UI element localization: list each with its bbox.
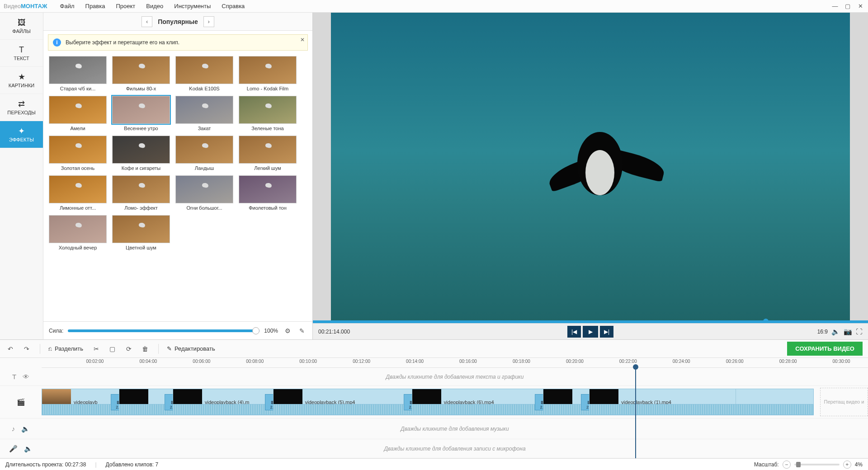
zoom-in-button[interactable]: + [843, 461, 851, 469]
effect-item[interactable]: Закат [175, 96, 233, 131]
minimize-button[interactable]: ― [831, 3, 839, 9]
crop-button[interactable]: ▢ [108, 344, 118, 354]
transition-marker[interactable]: ▦2.0 [165, 394, 173, 410]
transition-marker[interactable]: ▦2.0 [535, 394, 543, 410]
effect-item[interactable]: Ломо- эффект [112, 175, 170, 211]
mute-icon[interactable]: 🔈 [24, 445, 33, 453]
effect-label: Старая ч/б ки... [49, 84, 107, 91]
video-track-icon: 🎬 [17, 398, 25, 406]
play-button[interactable]: ▶ [583, 326, 598, 338]
effect-item[interactable]: Фильмы 80-х [112, 56, 170, 91]
rotate-button[interactable]: ⟳ [124, 344, 134, 354]
effect-label: Kodak E100S [175, 84, 233, 91]
effect-item[interactable]: Фиолетовый тон [239, 175, 297, 211]
prev-category-button[interactable]: ‹ [142, 16, 152, 27]
delete-button[interactable]: 🗑 [140, 344, 150, 354]
effect-item[interactable]: Весеннее утро [112, 96, 170, 131]
statusbar: Длительность проекта: 00:27:38 | Добавле… [0, 458, 868, 470]
ruler-tick: 00:24:00 [673, 359, 690, 364]
visibility-icon[interactable]: 👁 [23, 373, 29, 381]
tracks-area: T👁 Дважды кликните для добавления текста… [0, 368, 868, 458]
effect-item[interactable]: Легкий шум [239, 136, 297, 171]
menu-item[interactable]: Проект [116, 3, 135, 9]
mute-icon[interactable]: 🔈 [21, 425, 30, 433]
zoom-slider[interactable] [794, 464, 840, 465]
effect-thumb [112, 56, 170, 84]
edit-button[interactable]: ✎Редактировать [167, 345, 215, 352]
ruler-tick: 00:14:00 [406, 359, 424, 364]
menu-item[interactable]: Файл [60, 3, 75, 9]
left-tab-текст[interactable]: TТЕКСТ [0, 40, 43, 67]
playhead[interactable] [635, 368, 636, 458]
left-tab-файлы[interactable]: 🖼ФАЙЛЫ [0, 13, 43, 40]
effect-item[interactable]: Ландыш [175, 136, 233, 171]
left-tab-картинки[interactable]: ★КАРТИНКИ [0, 67, 43, 94]
zoom-out-button[interactable]: − [783, 461, 791, 469]
menu-item[interactable]: Инструменты [174, 3, 211, 9]
tab-icon: ★ [18, 73, 25, 81]
info-close-button[interactable]: ✕ [300, 37, 305, 43]
voice-track[interactable]: 🎤🔈 Дважды кликните для добавления записи… [0, 439, 868, 458]
menu-item[interactable]: Справка [222, 3, 245, 9]
brush-icon[interactable]: ✎ [297, 326, 307, 336]
prev-frame-button[interactable]: |◀ [567, 326, 581, 338]
left-tab-переходы[interactable]: ⇄ПЕРЕХОДЫ [0, 94, 43, 121]
transition-marker[interactable]: ▦2.0 [265, 394, 274, 410]
next-frame-button[interactable]: ▶| [600, 326, 613, 338]
close-button[interactable]: ✕ [856, 3, 864, 9]
effect-item[interactable]: Холодный вечер [49, 215, 107, 250]
cut-button[interactable]: ✂ [91, 344, 101, 354]
effect-thumb [239, 136, 297, 164]
effect-item[interactable]: Амели [49, 96, 107, 131]
split-button[interactable]: ⎌Разделить [48, 345, 83, 352]
panel-header: ‹ Популярные › [43, 13, 312, 31]
effect-thumb [175, 96, 233, 124]
ruler-tick: 00:16:00 [459, 359, 477, 364]
transition-marker[interactable]: ▦2.0 [404, 394, 412, 410]
video-dropzone[interactable]: Перетащ видео и [820, 388, 868, 416]
effect-item[interactable]: Lomo - Kodak Film [239, 56, 297, 91]
snapshot-icon[interactable]: 📷 [844, 328, 852, 336]
transition-marker[interactable]: ▦2.0 [581, 394, 590, 410]
effect-thumb [239, 56, 297, 84]
aspect-ratio: 16:9 [817, 329, 828, 335]
fullscreen-icon[interactable]: ⛶ [856, 328, 863, 335]
edit-icon: ✎ [167, 345, 172, 352]
tab-icon: ✦ [18, 127, 25, 135]
menu-item[interactable]: Видео [146, 3, 163, 9]
music-track[interactable]: ♪🔈 Дважды кликните для добавления музыки [0, 418, 868, 439]
video-track[interactable]: 🎬 videoplayb▦2.0▦2.0videoplayback (4).m▦… [0, 386, 868, 418]
video-frame[interactable] [331, 13, 850, 320]
ruler-tick: 00:26:00 [726, 359, 744, 364]
save-video-button[interactable]: СОХРАНИТЬ ВИДЕО [787, 342, 863, 356]
timecode: 00:21:14.000 [318, 329, 350, 335]
maximize-button[interactable]: ▢ [844, 3, 852, 9]
effect-item[interactable]: Кофе и сигареты [112, 136, 170, 171]
strength-slider[interactable] [68, 329, 259, 332]
effect-label: Фиолетовый тон [239, 203, 297, 211]
transition-marker[interactable]: ▦2.0 [111, 394, 119, 410]
redo-button[interactable]: ↷ [22, 344, 32, 354]
effect-item[interactable]: Старая ч/б ки... [49, 56, 107, 91]
volume-icon[interactable]: 🔈 [831, 328, 840, 336]
tab-icon: T [19, 46, 24, 54]
menu-item[interactable]: Правка [85, 3, 105, 9]
effect-label: Lomo - Kodak Film [239, 84, 297, 91]
settings-icon[interactable]: ⚙ [283, 326, 292, 336]
time-ruler[interactable]: 00:02:0000:04:0000:06:0000:08:0000:10:00… [42, 358, 868, 368]
music-track-hint: Дважды кликните для добавления музыки [42, 426, 868, 432]
effect-item[interactable]: Цветной шум [112, 215, 170, 250]
effect-item[interactable]: Kodak E100S [175, 56, 233, 91]
tab-icon: 🖼 [18, 19, 26, 27]
effect-item[interactable]: Огни большог... [175, 175, 233, 211]
effect-item[interactable]: Золотая осень [49, 136, 107, 171]
effect-item[interactable]: Зеленые тона [239, 96, 297, 131]
text-track[interactable]: T👁 Дважды кликните для добавления текста… [0, 368, 868, 386]
next-category-button[interactable]: › [203, 16, 214, 27]
ruler-tick: 00:02:00 [86, 359, 104, 364]
info-bar: i Выберите эффект и перетащите его на кл… [48, 34, 308, 51]
left-tab-эффекты[interactable]: ✦ЭФФЕКТЫ [0, 121, 43, 148]
tab-label: КАРТИНКИ [9, 83, 34, 88]
undo-button[interactable]: ↶ [5, 344, 15, 354]
effect-item[interactable]: Лимонные отт... [49, 175, 107, 211]
